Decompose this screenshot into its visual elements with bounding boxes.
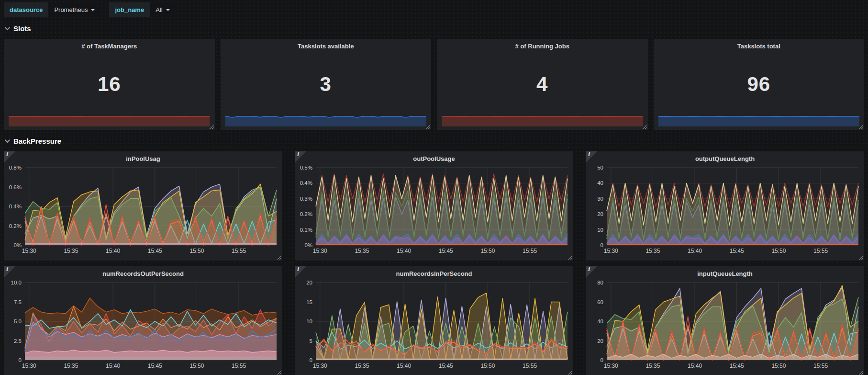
variable-datasource-dropdown[interactable]: Prometheus [48, 2, 100, 17]
svg-text:20: 20 [597, 338, 603, 344]
panel-title[interactable]: Taskslots total [654, 39, 865, 52]
svg-text:15:40: 15:40 [397, 363, 411, 369]
svg-text:0.2%: 0.2% [300, 211, 312, 217]
svg-text:15:40: 15:40 [688, 248, 702, 254]
svg-text:15:50: 15:50 [480, 363, 495, 369]
svg-text:15:35: 15:35 [645, 363, 660, 369]
svg-text:15:50: 15:50 [771, 363, 786, 369]
graph-panel-numrecordsoutpersecond: i numRecordsOutPerSecond 02.55.07.510.01… [4, 266, 282, 375]
svg-text:15:35: 15:35 [64, 248, 78, 254]
variable-job-name-dropdown[interactable]: All [150, 2, 175, 17]
variable-bar: datasource Prometheus job_name All [4, 2, 864, 17]
info-icon: i [588, 151, 590, 158]
resize-handle[interactable] [426, 125, 430, 129]
panel-title[interactable]: # of TaskManagers [4, 39, 215, 52]
svg-text:15:35: 15:35 [645, 248, 660, 254]
svg-text:15:55: 15:55 [232, 248, 246, 254]
svg-text:15:55: 15:55 [813, 363, 828, 369]
svg-text:10: 10 [597, 227, 603, 233]
graph-panel-inputqueuelength: i inputQueueLength 02040608015:3015:3515… [586, 266, 864, 375]
svg-text:15:45: 15:45 [730, 248, 744, 254]
svg-text:5: 5 [310, 338, 312, 344]
graph-panel-outpoolusage: i outPoolUsage 0%0.1%0.2%0.3%0.4%0.5%15:… [295, 151, 573, 261]
svg-text:15:45: 15:45 [439, 248, 453, 254]
backpressure-panel-grid: i inPoolUsag 0%0.2%0.4%0.6%0.8%15:3015:3… [4, 151, 864, 375]
svg-text:15:40: 15:40 [397, 248, 411, 254]
section-header-backpressure[interactable]: BackPressure [5, 136, 864, 146]
chart-canvas[interactable]: 02.55.07.510.015:3015:3515:4015:4515:501… [4, 280, 282, 375]
stat-sparkline [442, 115, 643, 126]
svg-text:15:35: 15:35 [355, 363, 369, 369]
panel-title[interactable]: inPoolUsag [4, 151, 282, 165]
stat-panel-running-jobs: # of Running Jobs 4 [437, 39, 648, 130]
svg-text:15:50: 15:50 [189, 363, 204, 369]
chevron-down-icon [5, 137, 10, 143]
stat-value: 96 [654, 73, 865, 96]
svg-text:15:45: 15:45 [730, 363, 744, 369]
svg-text:2.5: 2.5 [14, 338, 22, 344]
svg-text:0: 0 [19, 357, 22, 363]
graph-panel-outputqueuelength: i outputQueueLength 0102030405015:3015:3… [586, 151, 864, 261]
svg-text:0.4%: 0.4% [300, 180, 312, 186]
svg-text:15:45: 15:45 [439, 363, 453, 369]
svg-text:15:55: 15:55 [232, 363, 246, 369]
svg-text:0%: 0% [304, 242, 312, 248]
chart-canvas[interactable]: 02040608015:3015:3515:4015:4515:5015:55 [586, 280, 864, 375]
stat-value: 16 [4, 73, 215, 96]
svg-text:0.3%: 0.3% [300, 196, 312, 202]
info-icon: i [297, 266, 299, 273]
stat-sparkline [9, 115, 210, 126]
slots-panel-row: # of TaskManagers 16 Taskslots available… [4, 39, 864, 130]
info-icon: i [588, 266, 590, 273]
svg-text:0.8%: 0.8% [9, 165, 22, 170]
stat-sparkline [225, 115, 427, 126]
svg-text:15:45: 15:45 [148, 248, 162, 254]
section-header-slots[interactable]: Slots [5, 23, 864, 33]
svg-text:10: 10 [306, 318, 312, 324]
panel-title[interactable]: inputQueueLength [586, 266, 864, 280]
svg-text:15:30: 15:30 [313, 248, 327, 254]
svg-text:50: 50 [597, 165, 603, 170]
svg-text:15:35: 15:35 [64, 363, 78, 369]
chart-canvas[interactable]: 0102030405015:3015:3515:4015:4515:5015:5… [586, 165, 864, 261]
panel-title[interactable]: outPoolUsage [295, 151, 573, 165]
info-icon: i [6, 266, 8, 273]
caret-down-icon [91, 9, 95, 11]
variable-datasource-value: Prometheus [54, 6, 88, 13]
info-icon: i [297, 151, 299, 158]
svg-text:0.5%: 0.5% [300, 165, 312, 170]
svg-text:15:55: 15:55 [813, 248, 828, 254]
stat-panel-taskslots-available: Taskslots available 3 [221, 39, 432, 130]
svg-text:15:50: 15:50 [480, 248, 495, 254]
resize-handle[interactable] [859, 125, 863, 129]
caret-down-icon [166, 9, 170, 11]
svg-text:0: 0 [310, 357, 312, 363]
panel-title[interactable]: outputQueueLength [586, 151, 864, 165]
svg-text:15:40: 15:40 [688, 363, 702, 369]
svg-text:20: 20 [597, 211, 603, 217]
chart-canvas[interactable]: 0%0.1%0.2%0.3%0.4%0.5%15:3015:3515:4015:… [295, 165, 573, 261]
stat-value: 4 [437, 73, 648, 96]
svg-text:15:55: 15:55 [523, 363, 537, 369]
svg-text:15:45: 15:45 [148, 363, 162, 369]
svg-text:0%: 0% [13, 242, 22, 248]
svg-text:15:30: 15:30 [22, 363, 36, 369]
panel-title[interactable]: # of Running Jobs [437, 39, 648, 52]
graph-panel-inpoolusage: i inPoolUsag 0%0.2%0.4%0.6%0.8%15:3015:3… [4, 151, 282, 261]
svg-text:0: 0 [601, 357, 603, 363]
resize-handle[interactable] [210, 125, 214, 129]
stat-sparkline [658, 115, 860, 126]
svg-text:30: 30 [597, 196, 603, 202]
panel-title[interactable]: numRecordsInPerSecond [295, 266, 573, 280]
resize-handle[interactable] [643, 125, 647, 129]
svg-text:40: 40 [597, 180, 603, 186]
svg-text:20: 20 [306, 280, 312, 285]
svg-text:0.1%: 0.1% [300, 227, 312, 233]
chart-canvas[interactable]: 0510152015:3015:3515:4015:4515:5015:55 [295, 280, 573, 375]
svg-text:0.6%: 0.6% [9, 184, 22, 190]
chart-canvas[interactable]: 0%0.2%0.4%0.6%0.8%15:3015:3515:4015:4515… [4, 165, 282, 261]
panel-title[interactable]: numRecordsOutPerSecond [4, 266, 282, 280]
svg-text:0: 0 [601, 242, 603, 248]
panel-title[interactable]: Taskslots available [221, 39, 432, 52]
svg-text:10.0: 10.0 [11, 280, 22, 285]
